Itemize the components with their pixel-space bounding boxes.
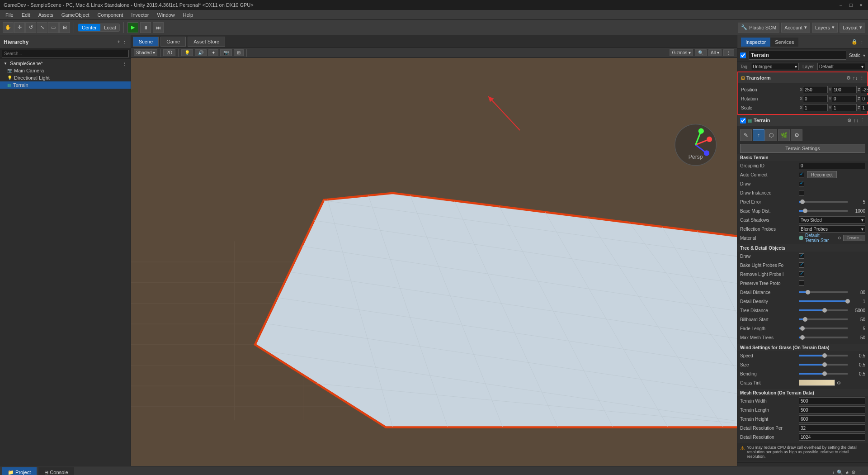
tree-distance-thumb[interactable] — [822, 308, 827, 313]
terrain-paint-tool[interactable]: ↑ — [753, 129, 764, 141]
layers-btn[interactable]: Layers ▾ — [812, 23, 838, 33]
grid-btn[interactable]: ⊞ — [234, 49, 244, 56]
detail-res-per-input[interactable] — [799, 424, 865, 432]
reflection-probes-dropdown[interactable]: Blend Probes ▾ — [799, 225, 865, 233]
detail-density-slider[interactable] — [799, 300, 848, 302]
terrain-length-input[interactable] — [799, 406, 865, 413]
titlebar-controls[interactable]: − □ × — [837, 2, 864, 8]
search-vp-btn[interactable]: 🔍 — [695, 49, 707, 56]
audio-btn[interactable]: 🔊 — [195, 49, 207, 56]
max-mesh-trees-slider[interactable] — [799, 337, 848, 338]
terrain-raise-tool[interactable]: ✎ — [740, 129, 752, 141]
fade-length-thumb[interactable] — [800, 326, 805, 331]
menu-edit[interactable]: Edit — [18, 11, 34, 19]
grouping-id-input[interactable] — [799, 162, 865, 169]
game-tab[interactable]: Game — [160, 37, 186, 47]
2d-btn[interactable]: 2D — [163, 49, 175, 56]
bottom-menu-btn[interactable]: ⋮ — [858, 470, 863, 475]
menu-gameobject[interactable]: GameObject — [58, 11, 93, 19]
main-camera-item[interactable]: 📷 Main Camera — [0, 67, 131, 74]
wind-speed-slider[interactable] — [799, 355, 848, 356]
auto-connect-checkbox[interactable] — [799, 172, 804, 177]
transform-expand-btn[interactable]: ↑↓ — [853, 75, 858, 81]
grass-tint-picker[interactable]: ⚙ — [837, 380, 841, 385]
bottom-search-btn[interactable]: 🔍 — [837, 470, 843, 475]
pixel-error-slider[interactable] — [799, 201, 848, 203]
static-dropdown[interactable]: ▾ — [863, 53, 865, 58]
terrain-comp-menu[interactable]: ⋮ — [860, 118, 865, 124]
terrain-width-input[interactable] — [799, 397, 865, 404]
remove-light-checkbox[interactable] — [799, 271, 804, 277]
hierarchy-add-btn[interactable]: + — [118, 39, 120, 45]
move-tool[interactable]: ✛ — [14, 22, 25, 33]
detail-density-thumb[interactable] — [845, 299, 850, 304]
asset-store-tab[interactable]: Asset Store — [188, 37, 225, 47]
pos-z-input[interactable] — [861, 86, 868, 93]
transform-menu-btn[interactable]: ⋮ — [859, 75, 864, 81]
wind-size-thumb[interactable] — [822, 362, 827, 367]
menu-file[interactable]: File — [2, 11, 17, 19]
viewport[interactable]: Persp — [131, 58, 737, 466]
menu-window[interactable]: Window — [153, 11, 178, 19]
inspector-menu-btn[interactable]: ⋮ — [859, 39, 864, 45]
project-tab[interactable]: 📁 Project — [2, 467, 37, 475]
pixel-error-thumb[interactable] — [800, 200, 805, 204]
terrain-settings-tool[interactable]: ⚙ — [791, 129, 802, 141]
inspector-tab[interactable]: Inspector — [741, 38, 770, 47]
max-mesh-trees-thumb[interactable] — [800, 335, 805, 340]
play-btn[interactable]: ▶ — [127, 22, 138, 33]
scale-x-input[interactable] — [803, 104, 828, 111]
menu-component[interactable]: Component — [94, 11, 127, 19]
multi-tool[interactable]: ⊞ — [59, 22, 70, 33]
scene-root-item[interactable]: ▼ SampleScene* ⋮ — [0, 60, 131, 67]
all-dropdown[interactable]: All ▾ — [708, 49, 722, 56]
light-btn[interactable]: 💡 — [181, 49, 193, 56]
rot-x-input[interactable] — [803, 95, 828, 102]
detail-distance-slider[interactable] — [799, 291, 848, 293]
billboard-start-thumb[interactable] — [803, 317, 807, 322]
draw-instanced-checkbox[interactable] — [799, 190, 804, 195]
tree-distance-slider[interactable] — [799, 309, 848, 311]
pause-btn[interactable]: ⏸ — [140, 22, 151, 33]
preserve-tree-checkbox[interactable] — [799, 280, 804, 286]
material-create-btn[interactable]: Create... — [843, 235, 865, 241]
reconnect-btn[interactable]: Reconnect — [807, 171, 837, 178]
scene-tab[interactable]: Scene — [133, 37, 159, 47]
pivot-toggle[interactable]: Center Local — [78, 24, 120, 32]
fx-btn[interactable]: ✦ — [208, 49, 218, 56]
base-map-dist-thumb[interactable] — [803, 209, 807, 213]
terrain-trees-tool[interactable]: 🌿 — [778, 129, 790, 141]
wind-size-slider[interactable] — [799, 364, 848, 366]
rot-y-input[interactable] — [832, 95, 857, 102]
hierarchy-menu-btn[interactable]: ⋮ — [122, 39, 127, 45]
scale-tool[interactable]: ⤡ — [37, 22, 47, 33]
bake-light-checkbox[interactable] — [799, 262, 804, 268]
transform-settings-btn[interactable]: ⚙ — [846, 75, 851, 81]
console-tab[interactable]: ⊟ Console — [38, 467, 74, 475]
vp-menu-btn[interactable]: ⋮ — [723, 49, 734, 56]
terrain-comp-settings[interactable]: ⚙ — [847, 118, 852, 124]
dir-light-item[interactable]: 💡 Directional Light — [0, 74, 131, 81]
terrain-comp-expand[interactable]: ↑↓ — [854, 118, 859, 123]
menu-invector[interactable]: Invector — [127, 11, 152, 19]
rotate-tool[interactable]: ↺ — [25, 22, 36, 33]
terrain-active-checkbox[interactable] — [740, 118, 746, 124]
layer-dropdown[interactable]: Default▾ — [817, 63, 865, 70]
scene-cam-btn[interactable]: 📷 — [220, 49, 232, 56]
menu-assets[interactable]: Assets — [35, 11, 57, 19]
billboard-start-slider[interactable] — [799, 318, 848, 320]
wind-bending-thumb[interactable] — [822, 371, 827, 376]
menu-help[interactable]: Help — [179, 11, 197, 19]
wind-speed-thumb[interactable] — [822, 353, 827, 358]
hand-tool[interactable]: ✋ — [3, 22, 14, 33]
terrain-settings-btn[interactable]: Terrain Settings — [740, 144, 865, 153]
cast-shadows-dropdown[interactable]: Two Sided ▾ — [799, 216, 865, 223]
account-btn[interactable]: Account ▾ — [781, 23, 810, 33]
minimize-btn[interactable]: − — [837, 2, 844, 8]
pos-y-input[interactable] — [832, 86, 857, 93]
scale-z-input[interactable] — [861, 104, 868, 111]
layout-btn[interactable]: Layout ▾ — [840, 23, 865, 33]
step-btn[interactable]: ⏭ — [153, 22, 164, 33]
center-option[interactable]: Center — [78, 24, 100, 31]
bottom-settings-btn[interactable]: ⚙ — [851, 470, 856, 475]
